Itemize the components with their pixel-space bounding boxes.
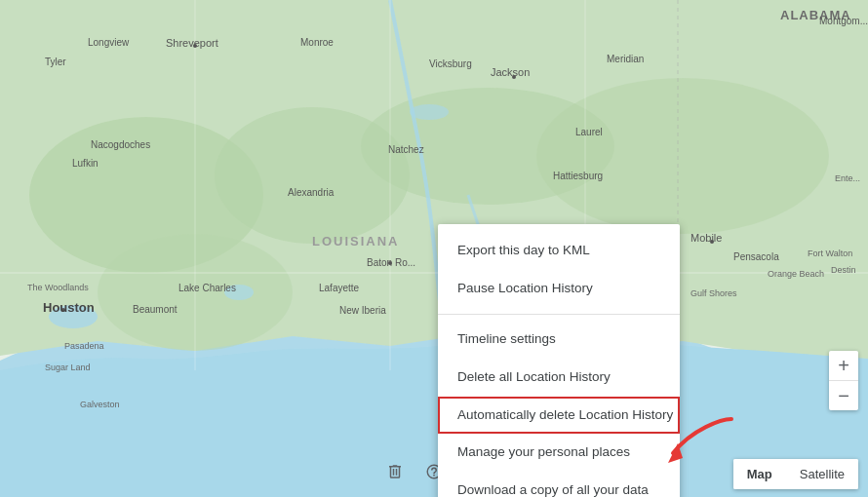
menu-item-download-data[interactable]: Download a copy of all your data [438,472,680,497]
svg-point-8 [49,305,98,328]
menu-item-pause-history[interactable]: Pause Location History [438,270,680,308]
map-type-satellite-button[interactable]: Satellite [786,459,858,489]
svg-point-20 [710,240,714,244]
zoom-in-button[interactable]: + [829,351,858,380]
map-type-toggle: Map Satellite [733,459,858,489]
svg-point-16 [193,44,197,48]
menu-divider-1 [438,314,680,315]
menu-item-auto-delete[interactable]: Automatically delete Location History [438,397,680,435]
map-type-map-button[interactable]: Map [733,459,786,489]
svg-point-17 [512,75,516,79]
svg-point-9 [224,285,254,300]
dropdown-menu: Export this day to KML Pause Location Hi… [438,224,680,497]
zoom-out-button[interactable]: − [829,381,858,410]
map-background [0,0,868,497]
svg-point-6 [536,78,829,234]
zoom-controls: + − [829,351,858,410]
menu-item-timeline-settings[interactable]: Timeline settings [438,321,680,359]
svg-point-18 [388,261,392,265]
menu-item-export-kml[interactable]: Export this day to KML [438,232,680,270]
menu-item-delete-history[interactable]: Delete all Location History [438,359,680,397]
map-container: ALABAMA LOUISIANA Shreveport Longview Ty… [0,0,868,497]
trash-button[interactable] [377,454,413,489]
svg-point-19 [61,308,65,312]
menu-item-manage-places[interactable]: Manage your personal places [438,434,680,472]
svg-point-10 [410,104,449,120]
